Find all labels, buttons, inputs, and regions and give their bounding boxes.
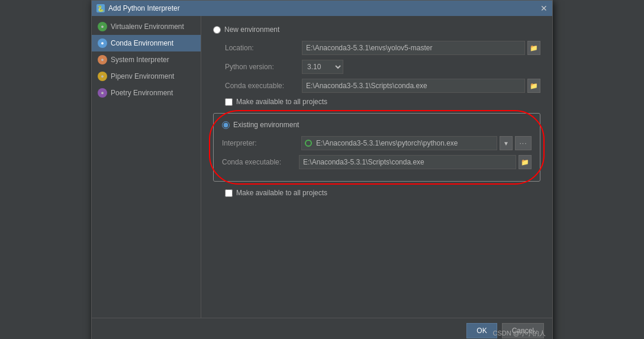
pipenv-icon: ●: [98, 72, 107, 81]
interpreter-group: Interpreter: ▼ ···: [222, 136, 532, 150]
sidebar-item-virtualenv[interactable]: ● Virtualenv Environment: [92, 18, 201, 35]
new-make-available-checkbox[interactable]: [225, 98, 233, 106]
new-env-label: New environment: [224, 25, 279, 34]
dialog-footer: CSDN @小小的人 OK Cancel: [92, 318, 552, 339]
existing-conda-exec-wrap: 📁: [299, 155, 532, 169]
existing-conda-exec-browse-button[interactable]: 📁: [519, 155, 532, 169]
location-input-wrap: 📁: [302, 41, 540, 55]
sidebar-item-poetry[interactable]: ● Poetry Environment: [92, 85, 201, 101]
existing-env-radio[interactable]: [222, 121, 230, 129]
location-input[interactable]: [302, 41, 525, 55]
existing-env-checkbox-row: Make available to all projects: [213, 189, 540, 197]
existing-conda-exec-group: Conda executable: 📁: [222, 155, 532, 169]
new-env-checkbox-row: Make available to all projects: [213, 98, 540, 106]
interpreter-dropdown-button[interactable]: ▼: [500, 136, 513, 150]
existing-env-radio-row[interactable]: Existing environment: [222, 121, 532, 129]
poetry-icon: ●: [98, 88, 107, 98]
dialog-title: Add Python Interpreter: [108, 4, 180, 12]
interpreter-input-wrap: ▼ ···: [301, 136, 532, 150]
python-version-group: Python version: 3.10 3.9 3.8: [213, 60, 540, 74]
sidebar: ● Virtualenv Environment ● Conda Environ…: [92, 16, 201, 318]
python-version-wrap: 3.10 3.9 3.8: [302, 60, 343, 74]
sidebar-item-conda[interactable]: ● Conda Environment: [92, 35, 201, 51]
python-version-label: Python version:: [225, 63, 302, 71]
virtualenv-icon: ●: [98, 22, 107, 31]
location-label: Location:: [225, 44, 302, 52]
sidebar-label-virtualenv: Virtualenv Environment: [111, 22, 184, 31]
interpreter-label: Interpreter:: [222, 139, 299, 147]
interpreter-input-container: [301, 136, 497, 150]
sidebar-label-pipenv: Pipenv Environment: [111, 72, 174, 80]
interpreter-more-button[interactable]: ···: [515, 136, 532, 150]
new-conda-exec-wrap: 📁: [302, 79, 540, 93]
existing-env-section: Existing environment Interpreter: ▼ ···: [213, 113, 540, 182]
sidebar-label-conda: Conda Environment: [111, 39, 173, 47]
location-browse-button[interactable]: 📁: [527, 41, 540, 55]
existing-env-label: Existing environment: [233, 121, 299, 129]
existing-conda-exec-label: Conda executable:: [222, 158, 299, 166]
existing-make-available-checkbox[interactable]: [225, 189, 233, 197]
title-bar: 🐍 Add Python Interpreter ✕: [92, 1, 552, 16]
title-icon: 🐍: [96, 4, 105, 12]
close-button[interactable]: ✕: [540, 4, 548, 13]
dialog-body: ● Virtualenv Environment ● Conda Environ…: [92, 16, 552, 318]
new-conda-exec-label: Conda executable:: [225, 82, 302, 90]
new-env-radio-row[interactable]: New environment: [213, 25, 540, 34]
main-content: New environment Location: 📁 Python versi…: [201, 16, 552, 318]
interpreter-status-icon: [305, 140, 312, 147]
interpreter-input[interactable]: [301, 136, 497, 150]
watermark: CSDN @小小的人: [493, 329, 546, 338]
system-icon: ●: [98, 55, 107, 64]
new-env-radio[interactable]: [213, 26, 221, 34]
sidebar-item-system[interactable]: ● System Interpreter: [92, 51, 201, 68]
location-group: Location: 📁: [213, 41, 540, 55]
existing-make-available-label: Make available to all projects: [236, 189, 327, 197]
sidebar-item-pipenv[interactable]: ● Pipenv Environment: [92, 68, 201, 85]
new-conda-exec-group: Conda executable: 📁: [213, 79, 540, 93]
sidebar-label-poetry: Poetry Environment: [111, 89, 173, 97]
python-version-select[interactable]: 3.10 3.9 3.8: [302, 60, 343, 74]
existing-conda-exec-input[interactable]: [299, 155, 516, 169]
new-conda-exec-input[interactable]: [302, 79, 525, 93]
new-make-available-label: Make available to all projects: [236, 98, 327, 106]
new-conda-exec-browse-button[interactable]: 📁: [527, 79, 540, 93]
conda-icon: ●: [98, 38, 107, 48]
sidebar-label-system: System Interpreter: [111, 56, 169, 64]
